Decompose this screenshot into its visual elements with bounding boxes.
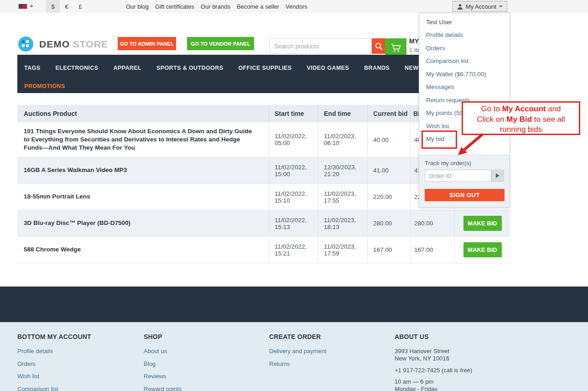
footer-link-returns[interactable]: Returns (269, 360, 327, 367)
top-bar: $ € £ Our blog Gift certificates Our bra… (0, 0, 588, 13)
go-to-admin-panel-button[interactable]: GO TO ADMIN PANEL (118, 37, 176, 50)
bid-value: 280.00 (411, 210, 455, 236)
cart-button[interactable] (385, 38, 406, 57)
end-time: 11/02/2023, 18:13 (318, 210, 368, 236)
link-our-blog[interactable]: Our blog (126, 3, 149, 10)
track-order-label: Track my order(s) (425, 160, 504, 167)
logo-icon (18, 36, 33, 52)
footer-phone: +1 917-722-7425 (call is free) (395, 367, 472, 374)
footer-heading: CREATE ORDER (269, 333, 327, 340)
make-bid-button[interactable]: MAKE BID (463, 242, 502, 257)
page: $ € £ Our blog Gift certificates Our bra… (0, 0, 588, 391)
sign-out-button[interactable]: SIGN OUT (425, 189, 505, 201)
table-row: 588 Chrome Wedge 11/02/2022, 15:21 11/02… (17, 237, 510, 263)
order-id-input[interactable] (425, 170, 491, 182)
footer-heading: BOTTOM MY ACCOUNT (17, 333, 91, 340)
footer-link-reward-points[interactable]: Reward points (144, 386, 182, 391)
nav-apparel[interactable]: APPAREL (113, 65, 141, 71)
make-bid-button[interactable]: MAKE BID (463, 216, 502, 231)
nav-promotions[interactable]: PROMOTIONS (24, 83, 65, 89)
col-current-bid: Current bid (368, 105, 411, 122)
end-time: 11/02/2023, 17:59 (318, 237, 368, 263)
annotation-arrow-icon (456, 132, 485, 160)
currency-gbp[interactable]: £ (73, 0, 87, 13)
annotation-text-bold: My Account (502, 104, 546, 113)
link-our-brands[interactable]: Our brands (201, 3, 230, 10)
annotation-callout: Go to My Account and Click on My Bid to … (462, 101, 580, 135)
track-order-submit-button[interactable] (491, 170, 504, 182)
my-account-button[interactable]: My Account (453, 1, 507, 12)
annotation-text: Go to (481, 104, 502, 113)
current-bid: 220.00 (368, 184, 411, 210)
nav-office-supplies[interactable]: OFFICE SUPPLIES (238, 65, 291, 71)
annotation-text-bold: My Bid (506, 115, 532, 124)
footer-link-orders[interactable]: Orders (17, 360, 91, 367)
product-link[interactable]: 101 Things Everyone Should Know About Ec… (17, 122, 269, 157)
store-logo[interactable]: DEMO STORE (18, 36, 108, 52)
footer-heading: ABOUT US (395, 333, 472, 340)
site-footer: BOTTOM MY ACCOUNT Profile details Orders… (0, 322, 588, 391)
link-gift-certificates[interactable]: Gift certificates (155, 3, 194, 10)
start-time: 11/02/2022, 15:21 (269, 237, 318, 263)
start-time: 11/02/2022, 15:13 (269, 210, 318, 236)
us-flag-icon (18, 4, 27, 9)
link-vendors[interactable]: Vendors (286, 3, 307, 10)
product-link[interactable]: 588 Chrome Wedge (17, 237, 269, 263)
product-link[interactable]: 16GB A Series Walkman Video MP3 (17, 157, 269, 183)
footer-link-wish-list[interactable]: Wish list (17, 373, 91, 380)
track-order-section: Track my order(s) SIGN OUT (419, 155, 510, 207)
search-input[interactable] (269, 38, 372, 54)
menu-comparison-list[interactable]: Comparison list (419, 55, 510, 68)
go-to-vendor-panel-button[interactable]: GO TO VENDOR PANEL (187, 37, 254, 50)
link-become-a-seller[interactable]: Become a seller (237, 3, 279, 10)
nav-video-games[interactable]: VIDEO GAMES (307, 65, 349, 71)
newsletter-footer: EXCLUSIVE DISCOUNTS Subscribe to our new… (0, 287, 588, 322)
menu-messages[interactable]: Messages (419, 81, 510, 94)
footer-col-about-us: ABOUT US 3993 Hanover StreetNew York, NY… (395, 333, 472, 391)
footer-col-create-order: CREATE ORDER Delivery and payment Return… (269, 333, 327, 373)
product-link[interactable]: 3D Blu-ray Disc™ Player (BD-D7500) (17, 210, 269, 236)
start-time: 11/02/2022, 15:10 (269, 184, 318, 210)
footer-link-about-us[interactable]: About us (144, 348, 182, 355)
col-auctions-product: Auctions Product (17, 105, 269, 122)
start-time: 11/02/2022, 05:00 (269, 122, 318, 157)
my-account-label: My Account (466, 3, 496, 10)
annotation-text: running bids (500, 125, 542, 134)
cart-icon (390, 43, 401, 53)
nav-electronics[interactable]: ELECTRONICS (55, 65, 98, 71)
currency-eur[interactable]: € (60, 0, 73, 13)
top-links: Our blog Gift certificates Our brands Be… (126, 3, 307, 10)
logo-text-bold: DEMO (39, 39, 70, 49)
footer-heading: SHOP (144, 333, 182, 340)
menu-my-wallet[interactable]: My Wallet ($6,770.00) (419, 68, 510, 81)
annotation-text: Click on (477, 115, 506, 124)
menu-profile-details[interactable]: Profile details (419, 29, 510, 42)
footer-link-profile-details[interactable]: Profile details (17, 348, 91, 355)
end-time: 11/02/2023, 06:10 (318, 122, 368, 157)
end-time: 12/30/2023, 21:20 (318, 157, 368, 183)
chevron-down-icon (30, 5, 33, 7)
table-row: 3D Blu-ray Disc™ Player (BD-D7500) 11/02… (17, 210, 510, 237)
footer-address: 3993 Hanover StreetNew York, NY 10016 (395, 348, 472, 363)
footer-link-comparison-list[interactable]: Comparison list (17, 386, 91, 391)
footer-hours: 10 am — 6 pmMonday - Friday (395, 378, 472, 391)
col-start-time: Start time (269, 105, 318, 122)
bid-value: 167.00 (411, 237, 455, 263)
currency-usd[interactable]: $ (46, 0, 60, 13)
current-bid: 280.00 (368, 210, 411, 236)
nav-sports-outdoors[interactable]: SPORTS & OUTDOORS (156, 65, 223, 71)
menu-test-user[interactable]: Test User (419, 16, 510, 29)
footer-link-delivery-payment[interactable]: Delivery and payment (269, 348, 327, 355)
footer-link-reviews[interactable]: Reviews (144, 373, 182, 380)
search-button[interactable] (372, 38, 386, 54)
nav-tags[interactable]: TAGS (24, 65, 40, 71)
col-end-time: End time (318, 105, 368, 122)
product-link[interactable]: 18-55mm Portrait Lens (17, 184, 269, 210)
annotation-text: to see all (532, 115, 565, 124)
end-time: 11/02/2023, 17:55 (318, 184, 368, 210)
footer-link-blog[interactable]: Blog (144, 360, 182, 367)
language-selector[interactable] (18, 4, 33, 9)
start-time: 11/02/2022, 15:00 (269, 157, 318, 183)
menu-orders[interactable]: Orders (419, 42, 510, 55)
nav-brands[interactable]: BRANDS (364, 65, 390, 71)
